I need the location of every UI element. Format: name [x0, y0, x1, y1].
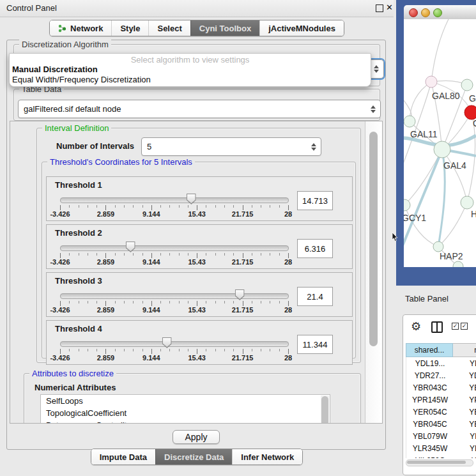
threshold-value-field[interactable]	[297, 239, 333, 258]
group-title: Interval Definition	[42, 123, 111, 133]
table-row[interactable]: YBR043CYBR0	[406, 381, 476, 394]
number-of-intervals-combobox[interactable]: 5	[141, 137, 321, 156]
network-node[interactable]	[453, 261, 463, 267]
threshold-value-field[interactable]	[297, 335, 333, 354]
cyni-toolbox-panel: Discretization Algorithm Select algorith…	[6, 40, 386, 450]
tab-label: Discretize Data	[164, 452, 224, 462]
node-table: shared... na YDL19...YDL1YDR27...YDR2YBR…	[406, 343, 476, 458]
cell-name: YLR3	[454, 442, 476, 454]
column-header-shared-name[interactable]: shared...	[406, 343, 453, 357]
table-panel-title: Table Panel	[405, 294, 449, 303]
attribute-item[interactable]: TopologicalCoefficient	[41, 407, 330, 419]
table-horizontal-scrollbar[interactable]	[406, 459, 473, 466]
table-data-group: Table Data galFiltered.sif default node	[13, 89, 380, 121]
combobox-stepper-icon	[374, 65, 379, 73]
algorithm-dropdown-popup: Select algorithm to view settings Manual…	[9, 53, 371, 87]
slider-thumb[interactable]	[187, 194, 196, 204]
tab-label: Infer Network	[241, 452, 294, 462]
cell-name: YDL1	[454, 357, 476, 369]
threshold-1-panel: Threshold 1 -3.4262.8599.14415.4321.7152…	[46, 176, 353, 221]
table-row[interactable]: YDL19...YDL1	[406, 357, 476, 369]
close-traffic-light[interactable]	[409, 8, 418, 17]
network-node-selected[interactable]	[464, 105, 476, 119]
node-label: GCY1	[404, 213, 426, 223]
slider-tick-labels: -3.4262.8599.14415.4321.71528	[60, 210, 288, 218]
minimize-traffic-light[interactable]	[421, 8, 430, 17]
tab-label: Style	[120, 24, 140, 33]
select-none-checkbox-icon[interactable]: ✓	[461, 323, 468, 330]
tab-cyni-toolbox[interactable]: Cyni Toolbox	[190, 20, 259, 36]
scrollbar-thumb[interactable]	[407, 461, 466, 464]
cell-shared-name: YBL079W	[406, 430, 454, 442]
network-node[interactable]	[434, 141, 450, 158]
tab-label: Impute Data	[100, 452, 147, 462]
select-all-checkbox-icon[interactable]: ✓	[452, 323, 459, 330]
tab-discretize-data[interactable]: Discretize Data	[155, 449, 232, 464]
table-row[interactable]: YPR145WYPR1	[406, 394, 476, 406]
group-title: Discretization Algorithm	[19, 40, 111, 49]
table-toolbar: ⚙ ✓ ✓	[403, 315, 476, 341]
tab-infer-network[interactable]: Infer Network	[232, 449, 302, 464]
table-data-value: galFiltered.sif default node	[24, 104, 121, 114]
threshold-3-panel: Threshold 3 -3.4262.8599.14415.4321.7152…	[46, 272, 353, 317]
cell-shared-name: YER054C	[406, 406, 454, 418]
network-node[interactable]	[426, 76, 437, 88]
combobox-stepper-icon	[371, 105, 376, 113]
cell-name: YER0	[454, 406, 476, 418]
zoom-traffic-light[interactable]	[433, 8, 442, 17]
node-label: GAL4	[443, 160, 466, 171]
slider-thumb[interactable]	[235, 289, 245, 300]
tab-network[interactable]: Network	[50, 20, 111, 36]
attribute-item[interactable]: SelfLoops	[41, 395, 330, 407]
table-row[interactable]: YLR345WYLR3	[406, 442, 476, 454]
cell-shared-name: YDR27...	[406, 369, 454, 381]
table-row[interactable]: YBR045CYBR0	[406, 418, 476, 430]
table-data-combobox[interactable]: galFiltered.sif default node	[18, 100, 381, 118]
settings-vertical-scrollbar[interactable]	[365, 121, 382, 423]
table-row[interactable]: YER054CYER0	[406, 406, 476, 418]
network-node[interactable]	[404, 199, 410, 211]
dropdown-item-equal-width-frequency[interactable]: Equal Width/Frequency Discretization	[12, 75, 151, 84]
network-node[interactable]	[433, 242, 443, 252]
slider-tick-labels: -3.4262.8599.14415.4321.71528	[60, 354, 288, 362]
slider-thumb[interactable]	[126, 242, 135, 252]
close-icon[interactable]: ✕	[386, 3, 393, 12]
threshold-value-field[interactable]	[297, 191, 333, 210]
threshold-value-field[interactable]	[297, 287, 333, 306]
dropdown-item-manual-discretization[interactable]: Manual Discretization	[12, 65, 98, 74]
tab-impute-data[interactable]: Impute Data	[91, 449, 155, 464]
table-row[interactable]: YDR27...YDR2	[406, 369, 476, 381]
network-view[interactable]: GAL80 GA C GAL11 GAL4 GCY1 H HAP2	[404, 19, 476, 267]
tab-style[interactable]: Style	[111, 20, 148, 36]
attribute-item[interactable]: BetweennessCentrality	[41, 419, 330, 424]
list-scrollbar[interactable]	[321, 395, 329, 424]
tab-select[interactable]: Select	[148, 20, 190, 36]
table-row[interactable]: YBL079WYBL0	[406, 430, 476, 442]
network-node[interactable]	[461, 196, 473, 209]
apply-button[interactable]: Apply	[173, 430, 219, 444]
application-window: Control Panel ✕ Network Style Select Cyn…	[0, 0, 476, 476]
slider-ticks	[60, 301, 288, 306]
cell-shared-name: YLR345W	[406, 442, 454, 454]
network-node[interactable]	[404, 116, 415, 127]
threshold-4-panel: Threshold 4 -3.4262.8599.14415.4321.7152…	[46, 320, 353, 365]
scrollbar-thumb[interactable]	[369, 132, 378, 346]
numerical-attributes-label: Numerical Attributes	[35, 383, 116, 392]
thresholds-group: Threshold's Coordinates for 5 Intervals …	[42, 162, 356, 358]
column-header-name[interactable]: na	[453, 343, 476, 357]
gear-icon[interactable]: ⚙	[411, 320, 421, 333]
cell-shared-name: YIL052C	[406, 454, 454, 458]
network-node[interactable]	[461, 79, 473, 91]
split-columns-icon[interactable]	[431, 321, 443, 333]
tab-label: Cyni Toolbox	[199, 24, 251, 33]
table-panel: ⚙ ✓ ✓ shared... na YDL19...YDL1YDR27...Y…	[403, 314, 476, 475]
tab-jactivemnodules[interactable]: jActiveMNodules	[259, 20, 344, 36]
numerical-attributes-list[interactable]: SelfLoopsTopologicalCoefficientBetweenne…	[40, 394, 330, 424]
slider-ticks	[60, 253, 288, 258]
float-window-icon[interactable]	[376, 4, 383, 12]
table-row[interactable]: YIL052CYIL0	[406, 454, 476, 458]
cyni-bottom-tabs: Impute Data Discretize Data Infer Networ…	[0, 449, 394, 465]
slider-thumb[interactable]	[162, 337, 172, 348]
group-title: Attributes to discretize	[29, 369, 116, 378]
network-window-titlebar[interactable]	[404, 5, 476, 20]
